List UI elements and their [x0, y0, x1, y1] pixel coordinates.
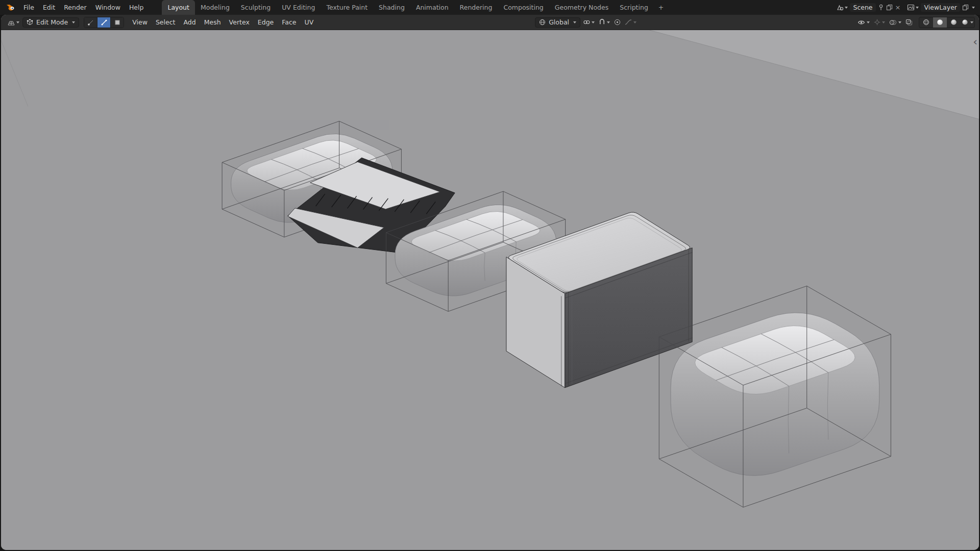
snap-settings-button[interactable] [581, 19, 596, 26]
solid-shading-icon [937, 19, 943, 26]
shading-wireframe-button[interactable] [919, 17, 933, 28]
transform-orientation-button[interactable]: Global [535, 17, 580, 28]
workspace-tab-uv-editing[interactable]: UV Editing [276, 0, 321, 15]
proportional-editing-icon [614, 19, 621, 26]
menu-vertex[interactable]: Vertex [226, 18, 253, 26]
editor-type-button[interactable] [5, 19, 21, 26]
edge-select-button[interactable] [97, 17, 110, 28]
workspace-tab-rendering[interactable]: Rendering [454, 0, 498, 15]
mesh-rounded-box-3[interactable] [659, 286, 891, 508]
mode-selector[interactable]: Edit Mode [22, 17, 79, 28]
magnet-icon [599, 19, 605, 26]
orientation-label: Global [549, 18, 569, 26]
new-viewlayer-button[interactable] [962, 4, 969, 11]
menu-help[interactable]: Help [125, 0, 148, 15]
workspace-tabs: Layout Modeling Sculpting UV Editing Tex… [162, 0, 668, 15]
viewlayer-icon [907, 4, 915, 11]
menu-select[interactable]: Select [152, 18, 179, 26]
shading-rendered-button[interactable] [961, 17, 974, 28]
mode-caret-icon [72, 21, 75, 23]
menu-add[interactable]: Add [180, 18, 199, 26]
rendered-shading-icon [962, 19, 968, 26]
workspace-tab-sculpting[interactable]: Sculpting [235, 0, 276, 15]
scene-name-field[interactable]: Scene [850, 3, 875, 12]
proportional-editing-toggle[interactable] [612, 19, 622, 26]
unlink-scene-button[interactable]: × [895, 4, 901, 11]
menu-edit[interactable]: Edit [39, 0, 59, 15]
xray-toggle-button[interactable] [904, 19, 914, 26]
scene-browse-button[interactable] [836, 4, 848, 11]
sidebar-toggle-arrow[interactable]: ‹ [971, 36, 979, 47]
vertex-select-button[interactable] [84, 17, 97, 28]
workspace-tab-geometry-nodes[interactable]: Geometry Nodes [549, 0, 614, 15]
shading-material-button[interactable] [947, 17, 961, 28]
viewlayer-browse-caret-icon [916, 7, 919, 9]
copy-icon [962, 4, 969, 11]
menu-view[interactable]: View [129, 18, 151, 26]
blender-logo-icon [6, 4, 16, 11]
falloff-curve-icon [625, 19, 632, 26]
object-visibility-button[interactable] [856, 19, 871, 26]
viewport-editor-icon [7, 19, 15, 26]
face-select-icon [114, 19, 120, 26]
scene-icon [836, 4, 844, 11]
blender-logo-icon[interactable] [3, 4, 19, 11]
viewlayer-selector: ViewLayer [907, 3, 975, 12]
snap-toggle-button[interactable] [597, 19, 611, 26]
copy-icon [886, 4, 893, 11]
gizmo-icon [874, 19, 880, 26]
edge-select-icon [101, 19, 107, 26]
viewport-canvas[interactable]: ‹ [1, 30, 979, 550]
viewport-3d-scene[interactable] [1, 30, 979, 550]
viewlayer-dropdown-button[interactable] [971, 7, 975, 9]
workspace-tab-modeling[interactable]: Modeling [195, 0, 235, 15]
pin-icon[interactable] [878, 4, 884, 11]
viewlayer-dropdown-caret-icon [972, 7, 975, 9]
viewlayer-name-field[interactable]: ViewLayer [921, 3, 960, 12]
menu-uv[interactable]: UV [301, 18, 317, 26]
visibility-caret-icon [867, 21, 870, 23]
proportional-falloff-button[interactable] [623, 19, 638, 26]
menu-render[interactable]: Render [60, 0, 91, 15]
global-orientation-icon [539, 19, 546, 26]
xray-icon [905, 19, 913, 26]
workspace-tab-layout[interactable]: Layout [162, 0, 195, 15]
scene-browse-caret-icon [845, 7, 848, 9]
workspace-tab-shading[interactable]: Shading [373, 0, 410, 15]
workspace-tab-texture-paint[interactable]: Texture Paint [321, 0, 373, 15]
falloff-caret-icon [633, 21, 636, 23]
overlays-button[interactable] [888, 19, 903, 26]
topbar-right: Scene × [836, 0, 975, 15]
wireframe-shading-icon [923, 19, 929, 26]
editor-type-caret-icon [16, 21, 19, 23]
menu-file[interactable]: File [19, 0, 38, 15]
orientation-caret-icon [573, 21, 576, 23]
workspace-tab-animation[interactable]: Animation [410, 0, 454, 15]
snap-toggle-caret-icon [607, 21, 610, 23]
shading-mode-group [919, 17, 975, 28]
topbar: File Edit Render Window Help Layout Mode… [0, 0, 980, 15]
menu-window[interactable]: Window [91, 0, 125, 15]
shading-solid-button[interactable] [933, 17, 947, 28]
overlays-icon [889, 19, 897, 26]
grid-line [1, 40, 28, 107]
viewlayer-browse-button[interactable] [907, 4, 919, 11]
vertex-select-icon [88, 19, 94, 26]
menu-edge[interactable]: Edge [254, 18, 277, 26]
new-scene-button[interactable] [886, 4, 893, 11]
topbar-menus: File Edit Render Window Help [3, 0, 148, 15]
menu-face[interactable]: Face [278, 18, 300, 26]
add-workspace-button[interactable]: + [654, 0, 668, 15]
workspace-tab-scripting[interactable]: Scripting [614, 0, 654, 15]
mode-label: Edit Mode [36, 18, 68, 26]
snap-settings-caret-icon [592, 21, 595, 23]
gizmos-button[interactable] [872, 19, 887, 26]
edit-mode-icon [27, 19, 33, 26]
visibility-eye-icon [857, 19, 865, 26]
snap-increment-icon [583, 19, 590, 26]
menu-mesh[interactable]: Mesh [201, 18, 225, 26]
face-select-button[interactable] [110, 17, 124, 28]
shading-caret-icon [970, 21, 973, 23]
workspace-tab-compositing[interactable]: Compositing [498, 0, 549, 15]
gizmos-caret-icon [882, 21, 885, 23]
